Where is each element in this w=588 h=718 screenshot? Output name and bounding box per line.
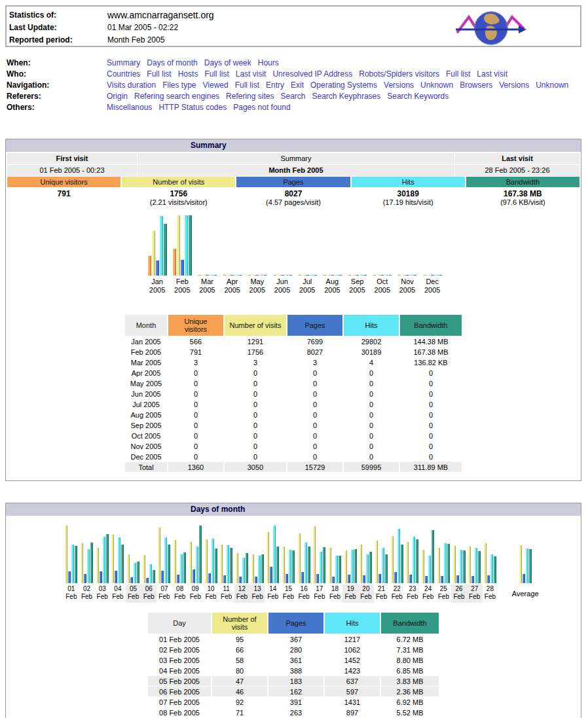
column-header: Hits [344, 315, 399, 336]
menu-link-http-status-codes[interactable]: HTTP Status codes [158, 102, 227, 113]
last-update-value: 01 Mar 2005 - 02:22 [107, 22, 178, 34]
month-label-year: 2005 [220, 286, 245, 295]
bar [259, 275, 263, 276]
day-label: 06Feb [141, 584, 156, 603]
menu-link-last-visit[interactable]: Last visit [236, 69, 266, 80]
month-label: Nov2005 [395, 278, 420, 295]
menu-link-unknown[interactable]: Unknown [536, 80, 568, 91]
menu-link-origin[interactable]: Origin [107, 91, 128, 102]
cell: Total [125, 462, 167, 472]
column-header: Number of visits [212, 613, 267, 634]
cell: May 2005 [125, 378, 167, 388]
month-label-year: 2005 [245, 286, 270, 295]
menu-link-miscellanous[interactable]: Miscellanous [107, 102, 152, 113]
day-label-number: 19 [342, 585, 358, 593]
day-label: 15Feb [281, 584, 297, 603]
day-label-month: Feb [219, 593, 234, 601]
table-row: Jun 200500000 [125, 389, 462, 399]
month-label: Sep2005 [345, 278, 370, 295]
cell: 95 [212, 634, 267, 644]
table-row: Jan 20055661291769929802144.38 MB [125, 336, 462, 346]
bar [401, 275, 405, 276]
menu-link-browsers[interactable]: Browsers [460, 80, 492, 91]
menu-link-exit[interactable]: Exit [291, 80, 304, 91]
bar [397, 529, 400, 583]
stats-of-value: www.amcnarragansett.org [107, 9, 214, 22]
day-label: 22Feb [389, 584, 405, 603]
last-visit-value: 28 Feb 2005 - 23:26 [455, 165, 579, 176]
month-bar-group [145, 216, 170, 276]
bar [409, 275, 413, 276]
cell: 0 [287, 452, 342, 461]
menu-link-countries[interactable]: Countries [107, 69, 140, 80]
menu-link-viewed[interactable]: Viewed [203, 80, 229, 91]
bar [152, 231, 155, 276]
menu-link-search-keyphrases[interactable]: Search Keyphrases [312, 91, 381, 102]
cell: 6.72 MB [381, 634, 439, 644]
day-label-number: 09 [188, 585, 204, 593]
bar [331, 275, 334, 276]
menu-link-full-list[interactable]: Full list [204, 69, 229, 80]
cell: 0 [225, 452, 286, 461]
first-visit-value: 01 Feb 2005 - 00:23 [7, 165, 137, 176]
menu-link-search[interactable]: Search [280, 91, 305, 102]
monthly-chart-labels: Jan2005Feb2005Mar2005Apr2005May2005Jun20… [145, 278, 581, 295]
bar [335, 556, 338, 583]
table-row: Mar 20053334136.82 KB [125, 357, 462, 367]
menu-link-hosts[interactable]: Hosts [178, 69, 198, 80]
menu-link-summary[interactable]: Summary [107, 58, 140, 69]
cell: Nov 2005 [125, 441, 167, 451]
bar [134, 563, 136, 583]
day-bar-group [312, 526, 327, 583]
bar [359, 275, 363, 276]
menu-link-refering-sites[interactable]: Refering sites [226, 91, 274, 102]
metric-values: 7911756(2.21 visits/visitor)8027(4.57 pa… [7, 188, 579, 209]
day-bar-group [281, 547, 297, 583]
summary-info-values-row: 01 Feb 2005 - 00:23 Month Feb 2005 28 Fe… [7, 165, 579, 176]
menu-link-files-type[interactable]: Files type [162, 80, 196, 91]
table-row: 04 Feb 20058038814236.85 MB [148, 666, 439, 675]
bar [205, 539, 208, 583]
menu-link-operating-systems[interactable]: Operating Systems [310, 80, 377, 91]
menu-link-full-list[interactable]: Full list [446, 69, 470, 80]
day-label-month: Feb [110, 593, 126, 601]
menu-link-unknown[interactable]: Unknown [420, 80, 453, 91]
menu-link-versions[interactable]: Versions [384, 80, 414, 91]
table-total-row: Total136030501572959995311.89 MB [125, 462, 462, 472]
menu-link-search-keywords[interactable]: Search Keywords [387, 91, 449, 102]
day-label-month: Feb [141, 593, 156, 601]
bar [439, 275, 442, 276]
menu-link-last-visit[interactable]: Last visit [477, 69, 507, 80]
day-label-month: Feb [374, 593, 390, 601]
menu-link-full-list[interactable]: Full list [235, 80, 259, 91]
menu-link-robots-spiders-visitors[interactable]: Robots/Spiders visitors [359, 69, 439, 80]
monthly-table-wrap: MonthUnique visitorsNumber of visitsPage… [6, 314, 581, 473]
summary-title: Summary [191, 139, 227, 152]
menu-link-unresolved-ip-address[interactable]: Unresolved IP Address [272, 69, 352, 80]
menu-link-days-of-week[interactable]: Days of week [204, 58, 251, 69]
menu-link-full-list[interactable]: Full list [147, 69, 171, 80]
month-bar-group [170, 215, 194, 276]
menu-link-days-of-month[interactable]: Days of month [147, 58, 197, 69]
menu-link-refering-search-engines[interactable]: Refering search engines [134, 91, 219, 102]
menu-link-hours[interactable]: Hours [258, 58, 279, 69]
first-visit-label: First visit [7, 153, 137, 164]
cell: 3 [168, 357, 223, 367]
day-label-number: 13 [249, 585, 265, 593]
day-bar-group [327, 548, 343, 583]
bar [71, 545, 74, 583]
bar [181, 260, 184, 276]
day-label: 24Feb [420, 584, 436, 603]
bar [100, 571, 102, 583]
menu-link-pages-not-found[interactable]: Pages not found [233, 102, 290, 113]
menu-link-entry[interactable]: Entry [266, 80, 284, 91]
menu-link-visits-duration[interactable]: Visits duration [107, 80, 156, 91]
bar [401, 545, 403, 583]
bar [463, 550, 466, 583]
summary-info: First visit Summary Last visit 01 Feb 20… [7, 153, 579, 176]
column-header: Unique visitors [168, 315, 223, 336]
menu-row: Who:CountriesFull listHostsFull listLast… [7, 69, 583, 80]
menu-link-versions[interactable]: Versions [499, 80, 529, 91]
cell: 0 [400, 420, 462, 430]
month-label-month: Dec [420, 278, 445, 286]
